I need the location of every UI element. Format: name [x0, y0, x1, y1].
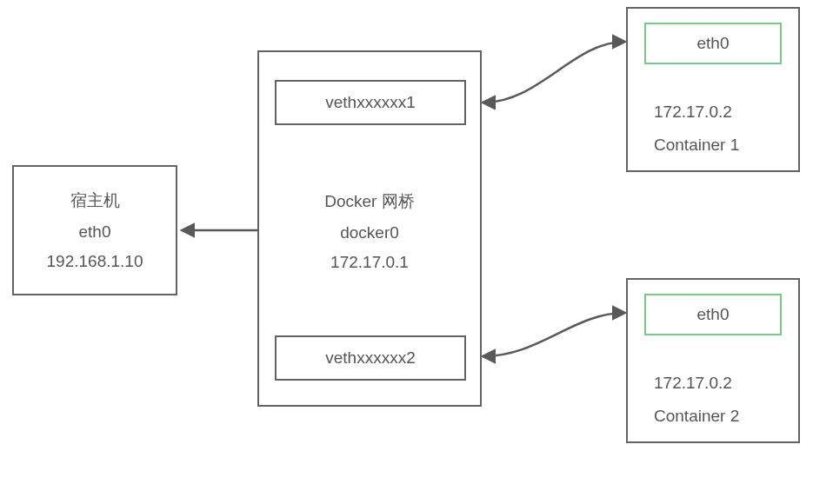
bridge-ip: 172.17.0.1: [330, 253, 409, 272]
arrow-veth1-container1: [483, 42, 624, 103]
veth1-box: vethxxxxxx1: [275, 80, 466, 125]
bridge-name: docker0: [340, 223, 399, 242]
container1-eth-box: eth0: [644, 23, 782, 64]
veth2-box: vethxxxxxx2: [275, 335, 466, 381]
veth2-label: vethxxxxxx2: [325, 348, 415, 368]
container1-label: Container 1: [654, 136, 739, 155]
container2-eth-box: eth0: [644, 294, 782, 335]
host-box: 宿主机 eth0 192.168.1.10: [12, 165, 177, 295]
arrow-veth2-container2: [483, 313, 624, 356]
container1-iface: eth0: [697, 34, 730, 53]
container2-label: Container 2: [654, 407, 739, 426]
container2-ip: 172.17.0.2: [654, 374, 732, 393]
bridge-title: Docker 网桥: [324, 190, 414, 213]
host-ip: 192.168.1.10: [47, 252, 143, 271]
bridge-box: vethxxxxxx1 Docker 网桥 docker0 172.17.0.1…: [257, 50, 482, 407]
container2-iface: eth0: [697, 305, 730, 324]
veth1-label: vethxxxxxx1: [325, 93, 415, 112]
container1-ip: 172.17.0.2: [654, 103, 732, 122]
host-title: 宿主机: [70, 189, 120, 212]
host-iface: eth0: [79, 222, 111, 242]
